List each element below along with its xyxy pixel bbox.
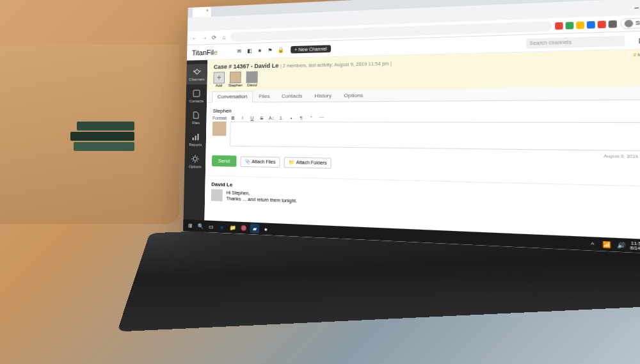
format-paragraph-button[interactable]: ¶ — [298, 115, 305, 120]
sidebar-item-channels[interactable]: Channels — [186, 64, 207, 84]
tab-files[interactable]: Files — [253, 91, 276, 102]
tab-conversation[interactable]: Conversation — [212, 91, 253, 103]
taskbar-clock[interactable]: 11:56 PM 8/14/2019 — [630, 241, 640, 251]
message-body: Hi Stephen, Thanks … and return them ton… — [226, 189, 297, 204]
star-icon[interactable]: ★ — [257, 47, 263, 54]
avatar-icon — [625, 19, 634, 27]
clock-date: 8/14/2019 — [630, 246, 640, 251]
bold-button[interactable]: B — [230, 115, 236, 120]
editor-toolbar: Format B I U S A↕ 1. • ¶ " ⋯ — [212, 115, 640, 121]
avatar — [211, 189, 223, 202]
avatar — [246, 71, 258, 83]
paperclip-icon: 📎 — [244, 159, 250, 164]
underline-button[interactable]: U — [249, 115, 255, 120]
app-icon[interactable]: ▰ — [250, 224, 259, 233]
more-button[interactable]: ⋯ — [318, 115, 325, 120]
tab-contacts[interactable]: Contacts — [276, 90, 309, 102]
lock-icon[interactable]: 🔒 — [277, 47, 284, 54]
plus-icon: + — [213, 72, 225, 83]
channel-title: Case # 14367 - David Le — [214, 62, 279, 70]
sidebar-label: Options — [189, 164, 202, 168]
ext-icon[interactable] — [555, 22, 563, 29]
ext-icon[interactable] — [565, 22, 573, 29]
app-logo[interactable]: TitanFile — [192, 48, 218, 56]
reports-icon — [191, 132, 200, 141]
attach-label: Attach Folders — [296, 160, 327, 165]
attach-files-button[interactable]: 📎 Attach Files — [240, 156, 280, 168]
start-icon[interactable]: ⊞ — [186, 221, 195, 230]
app-icon[interactable]: ● — [261, 224, 271, 233]
explorer-icon[interactable]: 📁 — [228, 223, 237, 232]
sidebar-label: Files — [192, 121, 200, 125]
format-label: Format — [212, 115, 227, 120]
add-participant-button[interactable]: + Add — [213, 72, 225, 87]
tab-options[interactable]: Options — [338, 90, 370, 102]
ul-button[interactable]: • — [288, 115, 294, 120]
extension-icons — [555, 20, 617, 29]
screen: × – □ × ← → ⟳ ⌂ Stephen TitanF — [183, 0, 640, 255]
volume-icon[interactable]: 🔊 — [616, 239, 628, 251]
logo-text: Fil — [207, 48, 214, 56]
svg-rect-1 — [193, 138, 194, 140]
logo-text: e — [214, 48, 218, 56]
ext-icon[interactable] — [609, 20, 617, 28]
ol-button[interactable]: 1. — [278, 115, 284, 120]
attach-folders-button[interactable]: 📁 Attach Folders — [284, 157, 332, 168]
italic-button[interactable]: I — [239, 115, 246, 120]
sidebar-label: Reports — [189, 143, 202, 146]
compose-area: Stephen Format B I U S A↕ 1. • ¶ " ⋯ — [206, 100, 640, 154]
back-icon[interactable]: ← — [191, 34, 198, 42]
new-channel-button[interactable]: + New Channel — [291, 45, 331, 53]
envelope-icon[interactable]: ✉ — [236, 48, 243, 54]
send-button[interactable]: Send — [212, 155, 236, 167]
svg-rect-3 — [197, 134, 198, 140]
font-size-button[interactable]: A↕ — [268, 115, 275, 120]
ext-icon[interactable] — [576, 21, 584, 29]
channel-counts: 2 Messages 2 Files — [633, 52, 640, 63]
sidebar-item-options[interactable]: Options — [184, 151, 205, 172]
forward-icon[interactable]: → — [200, 34, 208, 42]
minimize-icon[interactable]: – — [634, 4, 640, 10]
home-icon[interactable]: ⌂ — [220, 33, 228, 41]
taskview-icon[interactable]: ▭ — [207, 222, 216, 232]
quote-button[interactable]: " — [308, 115, 315, 120]
tray-chevron-icon[interactable]: ^ — [586, 238, 598, 249]
browser-tab[interactable]: × — [193, 6, 211, 17]
strike-button[interactable]: S — [259, 115, 265, 120]
photo-books — [70, 122, 141, 160]
window-controls: – □ × — [634, 3, 640, 10]
participant-name: Stephen — [228, 83, 243, 87]
browser-profile[interactable]: Stephen — [620, 17, 640, 29]
channel-meta: | 2 members, last activity: August 9, 20… — [280, 61, 392, 68]
reload-icon[interactable]: ⟳ — [211, 33, 218, 41]
search-input[interactable]: Search channels — [526, 35, 625, 48]
sidebar-label: Channels — [189, 77, 204, 81]
compose-avatar — [212, 122, 227, 136]
avatar — [230, 72, 241, 84]
participant[interactable]: Stephen — [228, 72, 243, 88]
message: David Le Hi Stephen, Thanks … and return… — [205, 175, 640, 223]
svg-point-4 — [193, 157, 197, 161]
svg-rect-0 — [193, 90, 200, 97]
sidebar-item-files[interactable]: Files — [186, 107, 207, 128]
sidebar: Channels Contacts Files Reports — [183, 60, 207, 232]
svg-rect-2 — [195, 136, 196, 140]
sidebar-item-contacts[interactable]: Contacts — [186, 86, 207, 106]
toolbar: ✉ ◧ ★ ⚑ 🔒 — [236, 47, 284, 54]
folder-icon: 📁 — [289, 159, 294, 165]
tab-history[interactable]: History — [308, 90, 338, 102]
ext-icon[interactable] — [598, 20, 606, 28]
ext-icon[interactable] — [587, 20, 595, 28]
chrome-icon[interactable] — [239, 223, 248, 233]
sidebar-item-reports[interactable]: Reports — [185, 129, 206, 150]
close-icon[interactable]: × — [206, 8, 209, 13]
flag-icon[interactable]: ⚑ — [267, 47, 273, 53]
profile-name: Stephen — [636, 20, 640, 26]
compose-textarea[interactable] — [230, 122, 640, 152]
participant[interactable]: David — [246, 71, 258, 87]
gear-icon — [191, 154, 200, 163]
edge-icon[interactable]: e — [218, 222, 227, 232]
split-icon[interactable]: ◧ — [246, 47, 253, 54]
search-icon[interactable]: 🔍 — [196, 221, 205, 231]
wifi-icon[interactable]: 📶 — [601, 239, 613, 250]
